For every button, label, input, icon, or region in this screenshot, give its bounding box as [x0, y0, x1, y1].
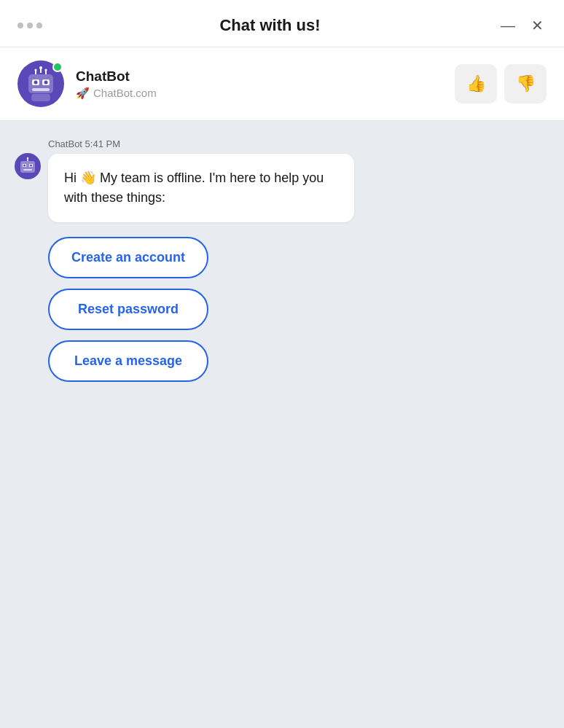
leave-message-label: Leave a message: [74, 353, 182, 368]
thumbs-down-icon: 👎: [516, 74, 536, 93]
minimize-button[interactable]: —: [498, 17, 518, 34]
header-title: Chat with us!: [42, 16, 498, 35]
dot-2: [27, 23, 33, 28]
header: Chat with us! — ✕: [0, 0, 564, 47]
bot-actions: 👍 👎: [455, 64, 547, 103]
svg-point-17: [30, 165, 32, 167]
bot-link-text: ChatBot.com: [93, 87, 157, 99]
message-meta: ChatBot 5:41 PM: [48, 138, 549, 149]
chat-area: ChatBot 5:41 PM Hi 👋 My team is offline.…: [0, 121, 564, 728]
svg-point-16: [23, 165, 26, 167]
bot-info-bar: ChatBot 🚀 ChatBot.com 👍 👎: [0, 47, 564, 121]
svg-point-20: [27, 157, 28, 159]
chat-window: Chat with us! — ✕: [0, 0, 564, 728]
thumbs-up-icon: 👍: [466, 74, 486, 93]
message-bubble: Hi 👋 My team is offline. I'm here to hel…: [48, 154, 354, 222]
online-indicator: [52, 62, 63, 72]
reset-password-button[interactable]: Reset password: [48, 289, 208, 330]
svg-point-10: [44, 81, 48, 85]
leave-message-button[interactable]: Leave a message: [48, 340, 208, 382]
thumbs-down-button[interactable]: 👎: [504, 64, 547, 103]
svg-rect-11: [32, 88, 50, 91]
bot-info: ChatBot 🚀 ChatBot.com: [76, 69, 455, 100]
svg-point-3: [35, 69, 37, 71]
svg-point-9: [34, 81, 38, 85]
window-dots: [17, 23, 42, 28]
svg-rect-12: [31, 94, 50, 101]
svg-rect-18: [23, 169, 32, 171]
message-content: ChatBot 5:41 PM Hi 👋 My team is offline.…: [48, 138, 549, 222]
svg-point-5: [45, 69, 47, 71]
svg-rect-13: [20, 161, 35, 173]
header-controls: — ✕: [498, 17, 547, 34]
bot-link: 🚀 ChatBot.com: [76, 87, 455, 100]
action-buttons: Create an account Reset password Leave a…: [15, 237, 549, 382]
dot-1: [17, 23, 23, 28]
create-account-label: Create an account: [71, 250, 185, 265]
dot-3: [36, 23, 42, 28]
message-row: ChatBot 5:41 PM Hi 👋 My team is offline.…: [15, 138, 549, 222]
message-time: 5:41 PM: [85, 138, 120, 149]
reset-password-label: Reset password: [78, 302, 179, 316]
thumbs-up-button[interactable]: 👍: [455, 64, 497, 103]
bot-name: ChatBot: [76, 69, 455, 85]
bot-link-emoji: 🚀: [76, 87, 90, 100]
create-account-button[interactable]: Create an account: [48, 237, 208, 278]
message-text: Hi 👋 My team is offline. I'm here to hel…: [64, 171, 324, 205]
close-button[interactable]: ✕: [528, 17, 547, 34]
bot-avatar-wrap: [17, 60, 64, 107]
message-sender: ChatBot: [48, 138, 82, 149]
svg-point-1: [39, 66, 42, 69]
message-bot-avatar: [15, 153, 41, 179]
